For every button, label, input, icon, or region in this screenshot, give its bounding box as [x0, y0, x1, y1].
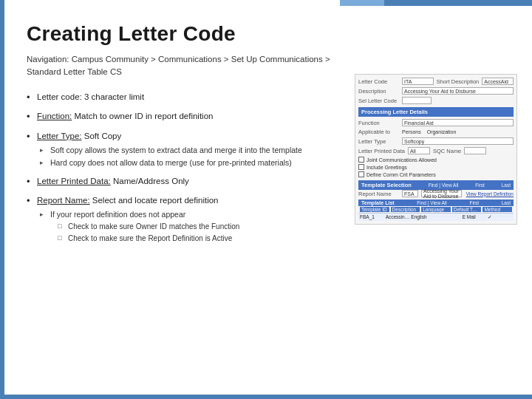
define-comm-checkbox[interactable]	[358, 171, 364, 177]
col-method: Method	[482, 207, 512, 212]
sub-list-5: If your report definition does not appea…	[40, 209, 344, 243]
function-row: Function Financial Aid	[358, 119, 514, 126]
row-check: ✓	[488, 214, 512, 220]
row-template-id: FBA_1	[360, 214, 384, 220]
row-description: Accessing Your Note to Resource	[386, 214, 410, 220]
applicable-label: Applicable to	[358, 129, 399, 135]
sqc-name-input	[464, 147, 486, 154]
org-label: Organization	[427, 129, 457, 134]
define-comm-row: Define Comm Crit Parameters	[358, 171, 514, 177]
desc-input: Accessing Your Aid to Disburse	[402, 87, 514, 95]
sel-letter-label: Sel Letter Code	[358, 98, 399, 104]
template-section: Template Selection Find | View All First…	[358, 180, 514, 221]
col-template-id: Template ID	[360, 207, 389, 212]
joint-comm-row: Joint Communications Allowed	[358, 157, 514, 163]
report-name-label: Report Name	[358, 191, 399, 197]
sub-item-5-1: If your report definition does not appea…	[40, 209, 344, 243]
bottom-accent-bar	[0, 395, 532, 399]
short-desc-label: Short Description	[437, 78, 480, 85]
persons-label: Persons	[402, 129, 421, 134]
template-first-label: First	[469, 200, 479, 205]
sub-sub-list-5: Check to make sure Owner ID matches the …	[58, 222, 344, 243]
letter-printed-row: Letter Printed Data All SQC Name	[358, 147, 514, 154]
sub-item-3-1: Soft copy allows the system to extract d…	[40, 145, 344, 155]
template-find-label: Find | View All	[417, 200, 447, 205]
row-language: English	[411, 214, 435, 220]
sub-sub-item-5-2: Check to make sure the Report Definition…	[58, 233, 344, 244]
letter-type-input: Softcopy	[402, 137, 514, 145]
define-comm-label: Define Comm Crit Parameters	[366, 172, 436, 177]
sqc-name-label: SQC Name	[433, 148, 461, 154]
joint-comm-label: Joint Communications Allowed	[366, 157, 437, 163]
last-label: Last	[502, 183, 511, 188]
sub-item-3-2: Hard copy does not allow data to merge (…	[40, 157, 344, 168]
function-label: Function	[358, 120, 399, 126]
row-method: E Mail	[463, 214, 487, 220]
letter-type-row: Letter Type Softcopy	[358, 137, 514, 145]
find-view-all: Find | View All	[429, 183, 459, 188]
letter-code-input: ITA	[402, 78, 434, 85]
letter-printed-input: All	[408, 147, 430, 154]
left-accent-bar	[0, 0, 4, 399]
bullet-item-3: Letter Type: Soft Copy Soft copy allows …	[27, 130, 344, 168]
template-last-label: Last	[502, 200, 511, 205]
template-list-title: Template List	[361, 200, 395, 205]
bullet-item-5: Report Name: Select and locate report de…	[27, 194, 344, 243]
sub-sub-item-5-1: Check to make sure Owner ID matches the …	[58, 222, 344, 232]
sub-list-3: Soft copy allows the system to extract d…	[40, 145, 344, 168]
view-report-link[interactable]: View Report Definition	[466, 191, 514, 197]
bullet-item-2: Function: Match to owner ID in report de…	[27, 110, 344, 122]
top-accent-bar-2	[340, 0, 384, 6]
bullet-item-1: Letter code: 3 character limit	[27, 91, 344, 103]
applicable-row: Applicable to Persons Organization	[358, 129, 514, 135]
include-greetings-checkbox[interactable]	[358, 164, 364, 170]
right-panel-screenshot: Letter Code ITA Short Description Access…	[355, 74, 517, 225]
include-greetings-row: Include Greetings	[358, 164, 514, 170]
col-language: Language	[421, 207, 451, 212]
sel-letter-input	[402, 97, 432, 104]
letter-type-label: Letter Type	[358, 138, 399, 145]
letter-code-label: Letter Code	[358, 78, 399, 85]
desc-label: Description	[358, 88, 399, 95]
letter-printed-label: Letter Printed Data	[358, 148, 405, 154]
col-description: Description	[391, 207, 420, 212]
row-default	[437, 214, 461, 220]
report-name-row: Report Name FSA Accessing Your Aid to Di…	[358, 190, 514, 197]
processing-section-title: Processing Letter Details	[358, 107, 514, 117]
template-col-headers: Template ID Description Language Default…	[358, 206, 514, 213]
include-greetings-label: Include Greetings	[366, 165, 407, 170]
template-data-row-1: FBA_1 Accessing Your Note to Resource En…	[358, 213, 514, 221]
sel-letter-row: Sel Letter Code	[358, 97, 514, 104]
template-list: Template List Find | View All First Last…	[358, 200, 514, 221]
description-row: Description Accessing Your Aid to Disbur…	[358, 87, 514, 95]
template-title: Template Selection	[361, 182, 412, 188]
short-desc-input: AccessAid	[482, 78, 514, 85]
col-default: Default Template	[452, 207, 482, 212]
slide-title: Creating Letter Code	[27, 22, 505, 46]
function-input: Financial Aid	[402, 119, 514, 126]
joint-comm-checkbox[interactable]	[358, 157, 364, 163]
nav-path: Navigation: Campus Community > Communica…	[27, 53, 366, 78]
slide: Creating Letter Code Navigation: Campus …	[0, 0, 532, 399]
bullet-item-4: Letter Printed Data: Name/Address Only	[27, 175, 344, 187]
report-name-desc: Accessing Your Aid to Disburse	[421, 190, 462, 197]
letter-code-row: Letter Code ITA Short Description Access…	[358, 78, 514, 85]
first-label: First	[475, 183, 485, 188]
template-list-header: Template List Find | View All First Last	[358, 200, 514, 206]
top-accent-bar	[384, 0, 532, 6]
report-name-value: FSA	[402, 190, 418, 197]
